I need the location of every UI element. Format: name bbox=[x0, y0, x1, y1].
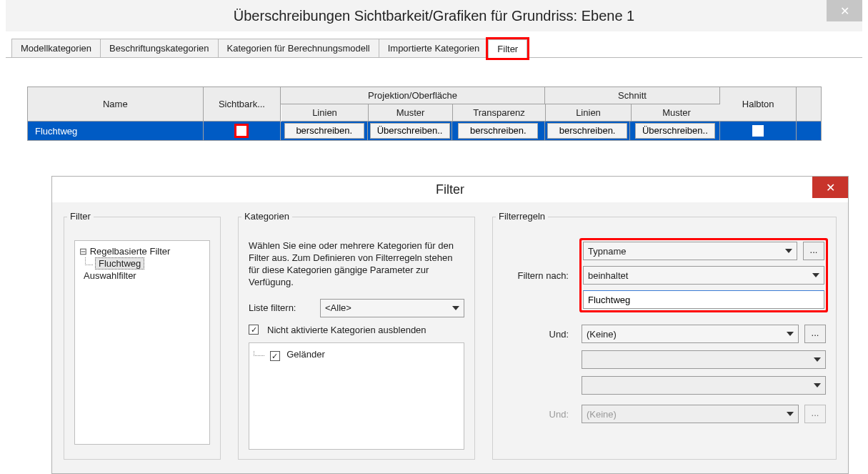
header-proj-lines: Linien bbox=[281, 104, 369, 122]
filter-table: Name Sichtbark... Projektion/Oberfläche … bbox=[27, 87, 822, 141]
header-proj-patterns: Muster bbox=[369, 104, 453, 122]
header-name: Name bbox=[28, 87, 204, 122]
categories-help-text: Wählen Sie eine oder mehrere Kategorien … bbox=[249, 240, 464, 289]
and-parameter-combo-1[interactable]: (Keine) bbox=[582, 325, 799, 343]
filter-tree[interactable]: Regelbasierte Filter Fluchtweg Auswahlfi… bbox=[74, 240, 210, 445]
filter-by-label: Filtern nach: bbox=[503, 270, 574, 281]
chevron-down-icon bbox=[814, 357, 821, 362]
header-cut-group: Schnitt bbox=[545, 87, 721, 104]
and-value-combo-1 bbox=[582, 376, 826, 395]
header-projection-group: Projektion/Oberfläche bbox=[281, 87, 544, 104]
group-categories-legend: Kategorien bbox=[241, 211, 292, 222]
chevron-down-icon bbox=[812, 273, 819, 277]
group-filter-legend: Filter bbox=[67, 211, 94, 222]
table-row-selected[interactable]: Fluchtweg berschreiben. Überschreiben.. … bbox=[28, 122, 821, 140]
close-icon: ✕ bbox=[840, 4, 849, 18]
header-cut-patterns: Muster bbox=[632, 104, 722, 122]
tab-importierte-kategorien[interactable]: Importierte Kategorien bbox=[379, 39, 489, 57]
chevron-down-icon bbox=[787, 332, 794, 336]
row-proj-patterns-button[interactable]: Überschreiben.. bbox=[370, 123, 450, 139]
vg-close-button[interactable]: ✕ bbox=[827, 0, 862, 21]
header-proj-transparency: Transparenz bbox=[453, 104, 546, 122]
tab-filter[interactable]: Filter bbox=[488, 39, 527, 58]
filter-dialog-close-button[interactable]: ✕ bbox=[812, 177, 848, 198]
vg-tabstrip: Modellkategorien Beschriftungskategorien… bbox=[6, 39, 862, 58]
row-cut-lines-button[interactable]: berschreiben. bbox=[547, 123, 627, 139]
tree-root-auswahlfilter[interactable]: Auswahlfilter bbox=[82, 270, 206, 282]
tab-beschriftungskategorien[interactable]: Beschriftungskategorien bbox=[100, 39, 218, 57]
row-name: Fluchtweg bbox=[35, 126, 77, 137]
filter-parameter-combo[interactable]: Typname bbox=[583, 242, 797, 260]
row-cut-patterns-button[interactable]: Überschreiben.. bbox=[635, 123, 715, 139]
group-rules-legend: Filterregeln bbox=[496, 211, 548, 222]
filter-operator-combo[interactable]: beinhaltet bbox=[583, 266, 824, 285]
row-halftone-checkbox[interactable] bbox=[752, 125, 764, 137]
list-filter-label: Liste filtern: bbox=[249, 302, 313, 313]
row-proj-lines-button[interactable]: berschreiben. bbox=[284, 123, 364, 139]
close-icon: ✕ bbox=[826, 181, 835, 194]
header-visibility: Sichtbark... bbox=[204, 87, 281, 122]
tab-modellkategorien[interactable]: Modellkategorien bbox=[11, 39, 101, 57]
chevron-down-icon bbox=[814, 383, 821, 387]
and-parameter-more-button-1[interactable]: ... bbox=[804, 325, 826, 343]
category-tree[interactable]: ✓ Geländer bbox=[249, 342, 464, 450]
filter-parameter-more-button[interactable]: ... bbox=[803, 242, 824, 260]
hide-unchecked-label: Nicht aktivierte Kategorien ausblenden bbox=[267, 325, 426, 335]
vg-title: Überschreibungen Sichtbarkeit/Grafiken f… bbox=[6, 8, 862, 24]
filter-dialog: Filter ✕ Filter Regelbasierte Filter Flu… bbox=[51, 176, 849, 474]
header-cut-lines: Linien bbox=[546, 104, 632, 122]
filter-dialog-titlebar: Filter ✕ bbox=[52, 177, 848, 202]
visibility-graphics-dialog: Überschreibungen Sichtbarkeit/Grafiken f… bbox=[6, 0, 862, 141]
category-checkbox[interactable]: ✓ bbox=[270, 351, 280, 361]
group-rules: Filterregeln Filtern nach: Typname ... b… bbox=[492, 217, 837, 460]
category-item-gelaender[interactable]: ✓ Geländer bbox=[254, 349, 459, 362]
row-proj-transparency-button[interactable]: berschreiben. bbox=[458, 123, 538, 139]
group-filter: Filter Regelbasierte Filter Fluchtweg Au… bbox=[64, 217, 221, 460]
chevron-down-icon bbox=[452, 306, 459, 310]
row-visibility-checkbox[interactable] bbox=[234, 124, 249, 138]
tree-root-regelbasierte[interactable]: Regelbasierte Filter bbox=[78, 245, 206, 257]
header-halftone: Halbton bbox=[720, 87, 797, 122]
chevron-down-icon bbox=[785, 249, 792, 253]
chevron-down-icon bbox=[787, 412, 794, 416]
hide-unchecked-checkbox[interactable]: ✓ bbox=[249, 325, 259, 335]
and-label-1: Und: bbox=[503, 329, 574, 340]
list-filter-combo[interactable]: <Alle> bbox=[320, 299, 464, 317]
and-parameter-more-button-2: ... bbox=[804, 405, 826, 423]
tab-berechnungsmodell[interactable]: Kategorien für Berechnungsmodell bbox=[218, 39, 379, 57]
and-label-2: Und: bbox=[503, 409, 574, 420]
tree-item-fluchtweg[interactable]: Fluchtweg bbox=[94, 257, 206, 270]
filter-dialog-title: Filter bbox=[436, 182, 464, 197]
vg-titlebar: Überschreibungen Sichtbarkeit/Grafiken f… bbox=[6, 0, 862, 31]
group-categories: Kategorien Wählen Sie eine oder mehrere … bbox=[238, 217, 475, 460]
filter-value-input[interactable] bbox=[583, 290, 824, 309]
and-parameter-combo-2: (Keine) bbox=[582, 405, 799, 423]
header-tail bbox=[797, 87, 821, 122]
and-operator-combo-1 bbox=[582, 350, 826, 369]
